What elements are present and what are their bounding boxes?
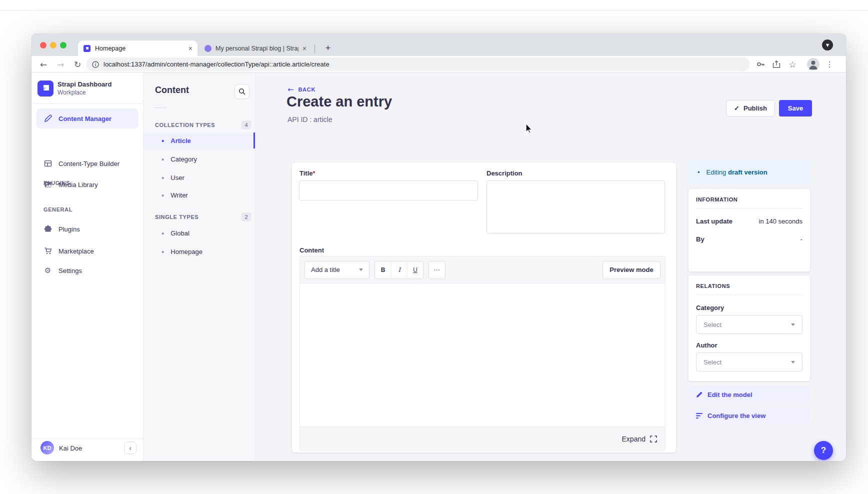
more-formats-button[interactable]: ⋯ [428,261,446,279]
new-tab-button[interactable]: + [322,42,334,54]
edit-model-button[interactable]: Edit the model [688,386,810,403]
workspace-info: Strapi Dashboard Workplace [58,80,112,96]
tab-search-button[interactable]: ▼ [822,40,833,50]
help-button[interactable]: ? [814,441,833,460]
api-id-subtitle: API ID : article [288,116,332,124]
sidebar-item-settings[interactable]: ⚙ Settings [36,262,138,280]
editor-text-area[interactable] [300,284,665,426]
subnav-item-writer[interactable]: • Writer [144,187,255,203]
subnav-item-label: Category [170,156,197,163]
url-text: localhost:1337/admin/content-manager/col… [104,60,330,68]
subnav-item-label: Homepage [170,248,202,256]
browser-window: Homepage × My personal Strapi blog | Str… [32,34,846,461]
subnav-item-homepage[interactable]: • Homepage [144,244,255,260]
heading-select-value: Add a title [311,266,340,274]
category-select[interactable]: Select [696,315,802,334]
information-panel: INFORMATION Last update in 140 seconds B… [688,189,810,272]
address-bar[interactable]: localhost:1337/admin/content-manager/col… [86,58,750,71]
pencil-icon [696,392,702,398]
browser-profile-avatar[interactable] [807,58,820,70]
tab-close-icon[interactable]: × [188,45,192,52]
category-label: Category [696,304,802,312]
divider [32,104,143,104]
configure-view-button[interactable]: Configure the view [688,408,810,424]
publish-button[interactable]: ✓ Publish [726,100,775,116]
user-name: Kai Doe [59,444,82,452]
title-input[interactable] [299,180,478,200]
sidebar-item-label: Content Manager [58,115,112,122]
information-title: INFORMATION [696,196,802,202]
strapi-logo[interactable] [38,80,54,96]
back-link[interactable]: ← BACK [288,85,316,94]
avatar[interactable]: KD [40,441,54,454]
tab-close-icon[interactable]: × [302,45,306,52]
zoom-window-button[interactable] [60,42,66,48]
subnav-item-article[interactable]: • Article [144,132,255,148]
relations-panel: RELATIONS Category Select Author Select [688,276,810,381]
page-title: Create an entry [286,94,392,110]
sidebar-item-label: Plugins [58,226,80,233]
subnav-item-user[interactable]: • User [144,170,255,186]
bullet-icon: • [162,156,164,163]
tab-divider [314,44,315,54]
chevron-down-icon [791,324,795,326]
italic-button[interactable]: I [391,262,407,278]
bullet-icon: • [162,137,164,144]
reload-button[interactable]: ↻ [70,56,84,72]
bullet-icon: • [162,174,164,182]
tab-title: Homepage [95,45,184,52]
heading-select[interactable]: Add a title [304,261,370,279]
sidebar-item-plugins[interactable]: Plugins [36,220,138,238]
check-icon: ✓ [734,104,740,112]
subnav-item-global[interactable]: • Global [144,225,255,241]
menubar-edge [0,10,868,10]
last-update-row: Last update in 140 seconds [696,218,802,225]
search-button[interactable] [234,84,250,99]
bookmark-star-icon[interactable]: ☆ [786,56,800,72]
tab-strapi-blog[interactable]: My personal Strapi blog | Strap × [200,40,312,56]
main-content: ← BACK Create an entry API ID : article … [256,72,846,461]
author-select-value: Select [704,358,722,366]
subnav-item-label: Writer [170,192,188,199]
divider [696,294,802,295]
sidebar-item-media-library[interactable]: Media Library [36,176,138,194]
share-icon[interactable] [770,56,784,72]
author-select[interactable]: Select [696,352,802,372]
underline-button[interactable]: U [407,262,423,278]
bold-button[interactable]: B [375,262,391,278]
expand-label[interactable]: Expand [622,435,646,443]
sidebar-item-content-manager[interactable]: Content Manager [36,108,138,128]
blog-favicon [204,45,212,52]
save-button[interactable]: Save [779,100,812,116]
by-row: By - [696,236,802,243]
rich-text-editor: Add a title B I U ⋯ Preview mode [300,256,666,451]
tab-homepage[interactable]: Homepage × [78,40,198,56]
sidebar-item-label: Settings [58,267,82,274]
preview-mode-button[interactable]: Preview mode [602,261,660,279]
description-input[interactable] [486,180,665,234]
sidebar-item-marketplace[interactable]: Marketplace [36,242,138,260]
close-window-button[interactable] [40,42,46,48]
single-count-badge: 2 [242,212,251,222]
forward-button[interactable]: → [54,56,68,72]
cart-icon [44,247,52,256]
back-label: BACK [298,86,316,92]
expand-icon[interactable] [650,436,657,442]
subnav-item-category[interactable]: • Category [144,151,255,167]
site-info-icon[interactable] [92,61,99,68]
sidebar-item-content-type-builder[interactable]: Content-Type Builder [36,154,138,172]
password-key-icon[interactable] [754,56,768,72]
collapse-sidebar-button[interactable]: ‹ [124,442,136,454]
browser-menu-icon[interactable]: ⋮ [822,56,836,72]
bullet-icon: • [162,192,164,199]
back-button[interactable]: ← [36,56,50,72]
subnav-item-label: Article [170,137,190,144]
entry-form-card: Title* Description Content Add a title B [292,162,676,452]
layout-icon [44,160,52,168]
chevron-down-icon [359,268,363,271]
puzzle-icon [44,225,52,234]
relations-title: RELATIONS [696,283,802,289]
strapi-favicon [83,44,91,52]
tab-strip: Homepage × My personal Strapi blog | Str… [32,34,846,56]
minimize-window-button[interactable] [50,42,56,48]
